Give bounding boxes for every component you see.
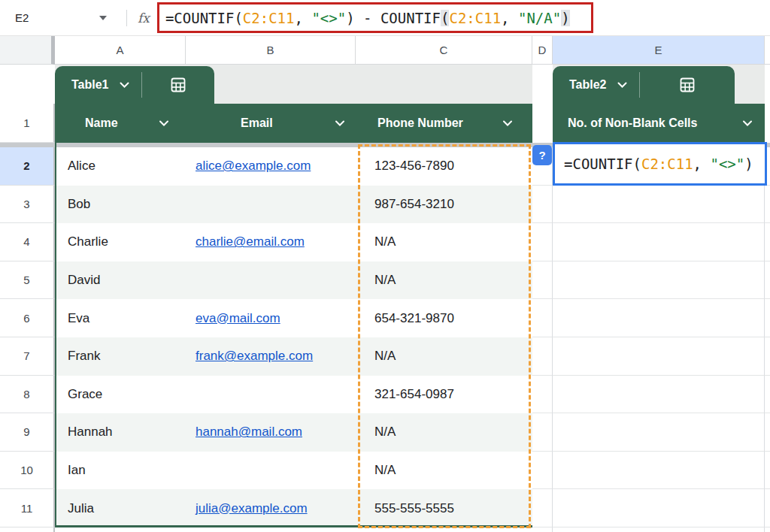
chevron-down-icon[interactable] [502, 120, 513, 127]
column-header-e-selected[interactable]: E [553, 36, 765, 65]
formula-help-badge[interactable]: ? [532, 145, 552, 165]
row-number-8[interactable]: 8 [0, 376, 55, 414]
cell-e[interactable] [553, 299, 765, 337]
cell-f[interactable] [765, 261, 770, 300]
cell-d[interactable] [532, 186, 553, 224]
email-link[interactable]: eva@mail.com [196, 311, 280, 326]
chevron-down-icon[interactable] [335, 120, 345, 127]
formula-input[interactable]: =COUNTIF(C2:C11, "<>") - COUNTIF(C2:C11,… [157, 2, 593, 33]
chevron-down-icon[interactable] [742, 120, 753, 127]
cell-email[interactable] [186, 186, 356, 224]
chevron-down-icon[interactable] [120, 82, 129, 89]
column-header-b[interactable]: B [186, 36, 356, 65]
table2-column-header-nonblank[interactable]: No. of Non-Blank Cells [553, 104, 765, 143]
email-link[interactable]: hannah@mail.com [196, 425, 302, 440]
email-link[interactable]: julia@example.com [196, 501, 308, 516]
cell-email[interactable] [186, 452, 356, 490]
column-header-f-sliver[interactable] [765, 36, 770, 65]
row-number-10[interactable]: 10 [0, 452, 55, 490]
cell-phone[interactable]: 987-654-3210 [356, 186, 532, 224]
cell-f[interactable] [765, 186, 770, 224]
cell-e[interactable] [553, 337, 765, 376]
cell-e[interactable] [553, 489, 765, 527]
cell-d[interactable] [532, 413, 553, 452]
table1-chip[interactable]: Table1 [55, 66, 214, 104]
email-link[interactable]: frank@example.com [196, 349, 313, 364]
cell-phone[interactable]: 321-654-0987 [356, 376, 532, 414]
cell-email[interactable] [186, 376, 356, 414]
row-number-6[interactable]: 6 [0, 299, 55, 337]
cell-f[interactable] [765, 223, 770, 261]
table-icon[interactable] [142, 76, 215, 94]
select-all-corner[interactable] [0, 36, 55, 65]
table-icon[interactable] [640, 76, 735, 94]
cell-name[interactable]: Bob [55, 186, 186, 224]
cell-d[interactable] [532, 452, 553, 490]
cell-d[interactable] [532, 261, 553, 300]
cell-name[interactable]: Hannah [55, 413, 186, 452]
cell-phone[interactable]: N/A [356, 223, 532, 261]
email-link[interactable]: alice@example.com [196, 159, 311, 174]
cell-email[interactable]: charlie@email.com [186, 223, 356, 261]
column-header-a[interactable]: A [55, 36, 186, 65]
cell-name[interactable]: Frank [55, 337, 186, 376]
cell-f[interactable] [765, 452, 770, 490]
cell-phone[interactable]: 654-321-9870 [356, 299, 532, 337]
table1-column-header-name[interactable]: Name [55, 104, 186, 143]
cell-phone[interactable]: 555-555-5555 [356, 489, 532, 527]
cell-d[interactable] [532, 223, 553, 261]
row-number-4[interactable]: 4 [0, 223, 55, 261]
cell-f[interactable] [765, 299, 770, 337]
row-number-5[interactable]: 5 [0, 261, 55, 300]
cell-email[interactable]: julia@example.com [186, 489, 356, 527]
email-link[interactable]: charlie@email.com [196, 234, 305, 249]
cell-d[interactable] [532, 489, 553, 527]
cell-phone[interactable]: N/A [356, 337, 532, 376]
cell-phone[interactable]: N/A [356, 452, 532, 490]
cell-f[interactable] [765, 413, 770, 452]
name-box[interactable]: E2 [0, 11, 113, 24]
chevron-down-icon[interactable] [159, 120, 169, 127]
cell-e[interactable] [553, 376, 765, 414]
cell-d[interactable] [532, 299, 553, 337]
row-number-2[interactable]: 2 [0, 147, 55, 186]
cell-e[interactable] [553, 261, 765, 300]
cell-d[interactable] [532, 376, 553, 414]
cell-email[interactable] [186, 261, 356, 300]
row-number-1[interactable]: 1 [0, 104, 55, 143]
cell-f[interactable] [765, 489, 770, 527]
cell-e[interactable] [553, 186, 765, 224]
cell-phone[interactable]: 123-456-7890 [356, 147, 532, 186]
table1-column-header-phone[interactable]: Phone Number [356, 104, 532, 143]
cell-email[interactable]: alice@example.com [186, 147, 356, 186]
name-box-dropdown-icon[interactable] [99, 16, 107, 20]
cell-name[interactable]: Grace [55, 376, 186, 414]
cell-phone[interactable]: N/A [356, 413, 532, 452]
row-number-11[interactable]: 11 [0, 489, 55, 527]
cell-e[interactable] [553, 413, 765, 452]
chevron-down-icon[interactable] [617, 82, 627, 89]
cell-f[interactable] [765, 376, 770, 414]
cell-email[interactable]: frank@example.com [186, 337, 356, 376]
cell-name[interactable]: David [55, 261, 186, 300]
cell-name[interactable]: Eva [55, 299, 186, 337]
cell-name[interactable]: Alice [55, 147, 186, 186]
cell-name[interactable]: Julia [55, 489, 186, 527]
cell-email[interactable]: eva@mail.com [186, 299, 356, 337]
row-number-9[interactable]: 9 [0, 413, 55, 452]
cell-e[interactable] [553, 223, 765, 261]
row-number-7[interactable]: 7 [0, 337, 55, 376]
active-cell-editor[interactable]: =COUNTIF(C2:C11, "<>") [553, 142, 767, 186]
table2-chip[interactable]: Table2 [553, 66, 735, 104]
cell-phone[interactable]: N/A [356, 261, 532, 300]
cell-name[interactable]: Ian [55, 452, 186, 490]
cell-d[interactable] [532, 337, 553, 376]
cell-email[interactable]: hannah@mail.com [186, 413, 356, 452]
table1-column-header-email[interactable]: Email [186, 104, 356, 143]
column-header-d[interactable]: D [532, 36, 553, 65]
row-number-3[interactable]: 3 [0, 186, 55, 224]
column-header-c[interactable]: C [356, 36, 532, 65]
cell-name[interactable]: Charlie [55, 223, 186, 261]
cell-f[interactable] [765, 337, 770, 376]
cell-e[interactable] [553, 452, 765, 490]
